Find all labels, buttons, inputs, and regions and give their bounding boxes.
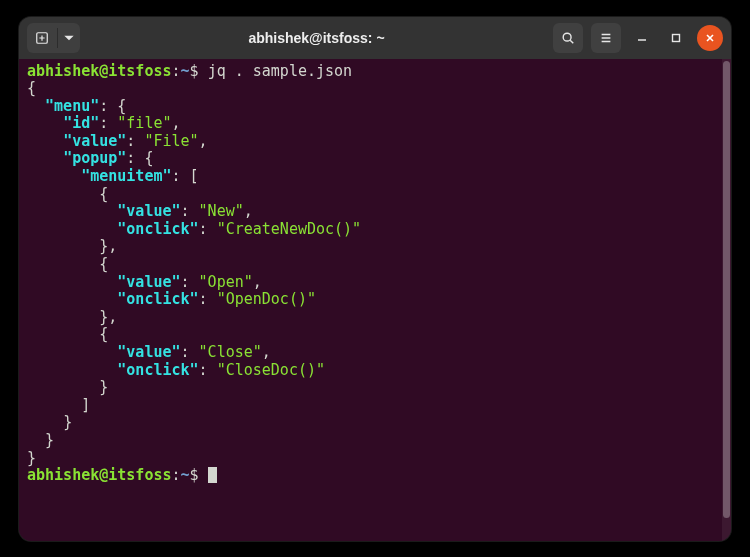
json-key: "id": [63, 114, 99, 132]
json-key: "menu": [45, 97, 99, 115]
json-string: "CreateNewDoc()": [217, 220, 362, 238]
scrollbar[interactable]: [722, 59, 731, 541]
prompt-path: ~: [181, 62, 190, 80]
search-icon: [561, 31, 575, 45]
json-punc: :: [181, 273, 199, 291]
json-punc: {: [99, 185, 108, 203]
window-title: abhishek@itsfoss: ~: [86, 30, 547, 46]
json-punc: ]: [81, 396, 90, 414]
json-punc: : {: [99, 97, 126, 115]
json-key: "onclick": [117, 220, 198, 238]
new-tab-icon: [35, 31, 49, 45]
json-punc: :: [99, 114, 117, 132]
json-punc: :: [199, 220, 217, 238]
json-line: {: [27, 79, 36, 97]
chevron-down-icon: [62, 31, 76, 45]
json-punc: }: [63, 413, 72, 431]
minimize-button[interactable]: [629, 25, 655, 51]
json-string: "OpenDoc()": [217, 290, 316, 308]
command-text: jq . sample.json: [199, 62, 353, 80]
prompt-host: itsfoss: [108, 466, 171, 484]
prompt-host: itsfoss: [108, 62, 171, 80]
json-punc: }: [99, 378, 108, 396]
prompt-symbol: $: [190, 466, 199, 484]
json-punc: :: [126, 132, 144, 150]
json-string: "Open": [199, 273, 253, 291]
json-string: "New": [199, 202, 244, 220]
prompt-colon: :: [172, 62, 181, 80]
json-punc: ,: [244, 202, 253, 220]
json-punc: :: [181, 202, 199, 220]
terminal-area: abhishek@itsfoss:~$ jq . sample.json { "…: [19, 59, 731, 541]
json-punc: }: [45, 431, 54, 449]
json-punc: {: [99, 255, 108, 273]
json-punc: : {: [126, 149, 153, 167]
svg-point-3: [563, 33, 571, 41]
prompt-user: abhishek: [27, 466, 99, 484]
prompt-symbol: $: [190, 62, 199, 80]
hamburger-icon: [599, 31, 613, 45]
svg-line-4: [570, 40, 573, 43]
json-key: "value": [117, 343, 180, 361]
json-string: "Close": [199, 343, 262, 361]
minimize-icon: [637, 33, 647, 43]
json-punc: ,: [199, 132, 208, 150]
json-key: "onclick": [117, 361, 198, 379]
maximize-icon: [671, 33, 681, 43]
json-line: }: [27, 449, 36, 467]
json-key: "value": [117, 202, 180, 220]
new-tab-button[interactable]: [27, 23, 57, 53]
json-key: "value": [117, 273, 180, 291]
svg-rect-9: [673, 34, 680, 41]
titlebar-right: [553, 23, 723, 53]
json-punc: ,: [253, 273, 262, 291]
prompt-at: @: [99, 62, 108, 80]
menu-button[interactable]: [591, 23, 621, 53]
terminal-window: abhishek@itsfoss: ~: [19, 17, 731, 541]
json-punc: : [: [172, 167, 199, 185]
json-punc: },: [99, 237, 117, 255]
json-string: "CloseDoc()": [217, 361, 325, 379]
new-tab-group: [27, 23, 80, 53]
json-punc: :: [199, 290, 217, 308]
json-key: "menuitem": [81, 167, 171, 185]
prompt-at: @: [99, 466, 108, 484]
json-key: "popup": [63, 149, 126, 167]
close-icon: [705, 33, 715, 43]
json-punc: :: [199, 361, 217, 379]
json-key: "value": [63, 132, 126, 150]
prompt-path: ~: [181, 466, 190, 484]
close-button[interactable]: [697, 25, 723, 51]
json-key: "onclick": [117, 290, 198, 308]
maximize-button[interactable]: [663, 25, 689, 51]
titlebar: abhishek@itsfoss: ~: [19, 17, 731, 59]
json-punc: {: [99, 325, 108, 343]
json-punc: :: [181, 343, 199, 361]
prompt-colon: :: [172, 466, 181, 484]
json-string: "file": [117, 114, 171, 132]
json-punc: },: [99, 308, 117, 326]
search-button[interactable]: [553, 23, 583, 53]
new-tab-dropdown[interactable]: [58, 23, 80, 53]
json-punc: ,: [172, 114, 181, 132]
json-punc: ,: [262, 343, 271, 361]
cursor: [208, 467, 217, 483]
json-string: "File": [144, 132, 198, 150]
scrollbar-thumb[interactable]: [723, 61, 730, 519]
prompt-user: abhishek: [27, 62, 99, 80]
terminal-content[interactable]: abhishek@itsfoss:~$ jq . sample.json { "…: [19, 59, 722, 541]
